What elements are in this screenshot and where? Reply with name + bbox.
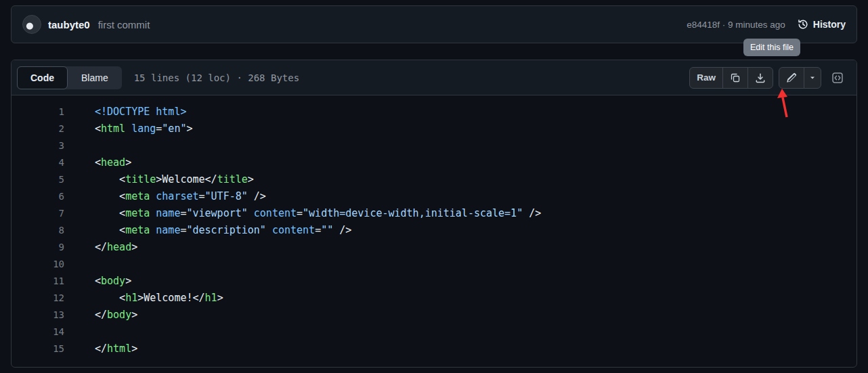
code-line: 6 <meta charset="UTF-8" />: [12, 188, 856, 205]
tab-code[interactable]: Code: [17, 66, 68, 89]
code-line: 11<body>: [12, 273, 856, 290]
line-number[interactable]: 9: [12, 239, 64, 256]
line-number[interactable]: 2: [12, 120, 64, 137]
line-content: <head>: [64, 154, 131, 171]
line-content: </html>: [64, 341, 137, 357]
line-number[interactable]: 8: [12, 222, 64, 239]
line-content: <h1>Welcome!</h1>: [64, 290, 223, 307]
code-line: 8 <meta name="description" content="" />: [12, 222, 856, 239]
line-number[interactable]: 4: [12, 154, 64, 171]
edit-button[interactable]: [779, 67, 804, 89]
line-number[interactable]: 12: [12, 290, 64, 307]
line-content: <meta name="viewport" content="width=dev…: [64, 205, 541, 222]
line-content: <meta charset="UTF-8" />: [64, 188, 266, 205]
history-label: History: [813, 19, 846, 30]
edit-dropdown-button[interactable]: [804, 67, 821, 89]
tooltip-edit-this-file: Edit this file: [743, 39, 800, 56]
commit-message[interactable]: first commit: [98, 19, 150, 30]
clock-history-icon: [798, 19, 808, 30]
avatar[interactable]: [22, 15, 41, 34]
line-content: [64, 324, 95, 341]
commit-bar: taubyte0 first commit e84418f · 9 minute…: [11, 5, 857, 43]
line-number[interactable]: 14: [12, 324, 64, 341]
pencil-icon: [786, 72, 797, 83]
code-line: 7 <meta name="viewport" content="width=d…: [12, 205, 856, 222]
code-line: 1<!DOCTYPE html>: [12, 104, 856, 120]
commit-hash-and-time[interactable]: e84418f · 9 minutes ago: [687, 20, 785, 30]
download-button[interactable]: [747, 67, 773, 89]
history-button[interactable]: History: [798, 19, 846, 30]
line-content: <meta name="description" content="" />: [64, 222, 351, 239]
line-number[interactable]: 5: [12, 171, 64, 188]
file-header: Code Blame 15 lines (12 loc) · 268 Bytes…: [12, 60, 856, 95]
code-line: 2<html lang="en">: [12, 120, 856, 137]
copy-button[interactable]: [722, 67, 748, 89]
code-line: 3: [12, 137, 856, 154]
raw-button[interactable]: Raw: [689, 67, 723, 89]
file-actions: Raw: [689, 67, 851, 89]
file-viewer: Code Blame 15 lines (12 loc) · 268 Bytes…: [11, 60, 857, 368]
line-content: </body>: [64, 307, 137, 324]
edit-button-group: [779, 67, 821, 89]
code-blame-toggle: Code Blame: [17, 66, 122, 89]
line-content: </head>: [64, 239, 137, 256]
copy-icon: [730, 72, 741, 83]
line-number[interactable]: 3: [12, 137, 64, 154]
file-meta-info: 15 lines (12 loc) · 268 Bytes: [134, 72, 299, 83]
code-line: 5 <title>Welcome</title>: [12, 171, 856, 188]
line-number[interactable]: 11: [12, 273, 64, 290]
line-number[interactable]: 10: [12, 256, 64, 273]
line-number[interactable]: 1: [12, 104, 64, 120]
symbols-panel-button[interactable]: [827, 67, 848, 89]
code-line: 4<head>: [12, 154, 856, 171]
code-lines: 1<!DOCTYPE html>2<html lang="en">34<head…: [12, 95, 856, 366]
line-content: <title>Welcome</title>: [64, 171, 254, 188]
tab-blame[interactable]: Blame: [68, 66, 122, 89]
line-content: <html lang="en">: [64, 120, 193, 137]
code-line: 14: [12, 324, 856, 341]
code-line: 10: [12, 256, 856, 273]
download-icon: [755, 72, 766, 83]
code-line: 9</head>: [12, 239, 856, 256]
red-arrow-annotation: [776, 89, 792, 121]
line-content: <body>: [64, 273, 131, 290]
symbols-panel-icon: [831, 72, 844, 84]
raw-copy-download-group: Raw: [689, 67, 773, 89]
line-content: [64, 256, 95, 273]
line-content: [64, 137, 95, 154]
line-content: <!DOCTYPE html>: [64, 104, 186, 120]
code-line: 15</html>: [12, 341, 856, 357]
commit-author[interactable]: taubyte0: [48, 19, 90, 30]
line-number[interactable]: 15: [12, 341, 64, 357]
line-number[interactable]: 13: [12, 307, 64, 324]
code-line: 12 <h1>Welcome!</h1>: [12, 290, 856, 307]
chevron-down-icon: [808, 74, 817, 82]
line-number[interactable]: 6: [12, 188, 64, 205]
line-number[interactable]: 7: [12, 205, 64, 222]
code-line: 13</body>: [12, 307, 856, 324]
